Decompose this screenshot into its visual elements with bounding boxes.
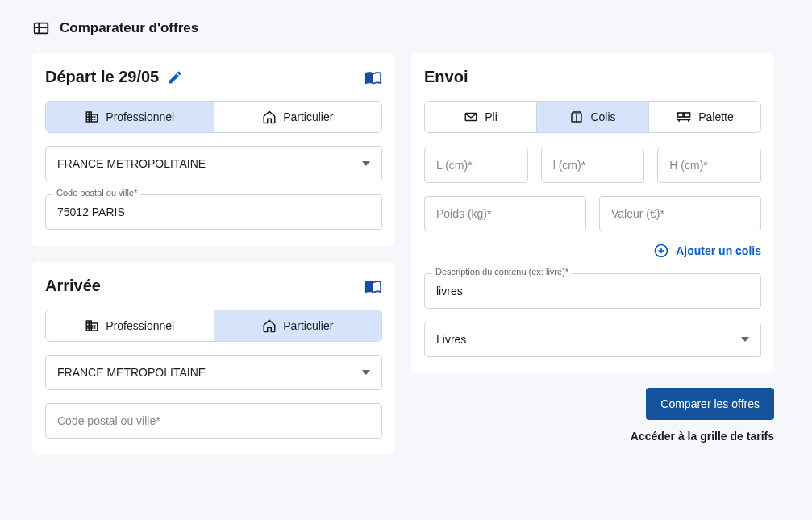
depart-country-select[interactable]: FRANCE METROPOLITAINE — [45, 146, 382, 181]
description-input[interactable] — [424, 273, 761, 309]
envelope-icon — [464, 110, 478, 124]
compare-icon — [32, 19, 50, 37]
envoi-tab-palette-label: Palette — [698, 110, 734, 123]
pallet-icon — [676, 110, 692, 124]
chevron-down-icon — [362, 160, 370, 168]
tariff-link[interactable]: Accéder à la grille de tarifs — [631, 430, 774, 443]
envoi-tab-palette[interactable]: Palette — [649, 102, 760, 132]
page-header: Comparateur d'offres — [32, 19, 780, 37]
depart-tab-professionnel[interactable]: Professionnel — [46, 102, 214, 132]
add-colis-link[interactable]: Ajouter un colis — [653, 243, 761, 259]
category-value: Livres — [436, 333, 466, 346]
book-icon[interactable] — [364, 69, 382, 86]
depart-postal-label: Code postal ou ville* — [53, 188, 140, 198]
depart-country-value: FRANCE METROPOLITAINE — [57, 157, 206, 170]
depart-title: Départ le 29/05 — [45, 68, 183, 86]
building-icon — [85, 110, 99, 124]
home-icon — [262, 318, 277, 333]
depart-tab-pro-label: Professionnel — [106, 110, 174, 123]
arrivee-title: Arrivée — [45, 277, 101, 295]
depart-tab-particulier[interactable]: Particulier — [214, 102, 382, 132]
envoi-tab-pli-label: Pli — [485, 110, 498, 123]
edit-icon[interactable] — [167, 69, 183, 85]
envoi-title: Envoi — [424, 68, 468, 86]
depart-postal-input[interactable] — [45, 194, 382, 230]
chevron-down-icon — [741, 335, 749, 343]
arrivee-card: Arrivée Professionnel Particulier — [32, 262, 395, 455]
add-colis-label: Ajouter un colis — [676, 244, 761, 257]
book-icon[interactable] — [364, 277, 382, 295]
depart-date: 29/05 — [119, 68, 159, 85]
plus-circle-icon — [653, 243, 669, 259]
depart-title-prefix: Départ le — [45, 68, 119, 85]
building-icon — [85, 318, 99, 333]
page-title: Comparateur d'offres — [60, 20, 198, 36]
arrivee-country-value: FRANCE METROPOLITAINE — [57, 366, 206, 379]
package-icon — [569, 110, 584, 124]
chevron-down-icon — [362, 368, 370, 376]
home-icon — [262, 110, 277, 124]
arrivee-tab-professionnel[interactable]: Professionnel — [46, 310, 214, 341]
envoi-card: Envoi Pli Colis — [411, 53, 774, 373]
arrivee-country-select[interactable]: FRANCE METROPOLITAINE — [45, 355, 382, 390]
envoi-tab-colis-label: Colis — [590, 110, 615, 123]
width-input[interactable] — [541, 148, 645, 183]
depart-card: Départ le 29/05 Professionnel — [32, 53, 395, 246]
category-select[interactable]: Livres — [424, 322, 761, 357]
value-input[interactable] — [599, 196, 761, 231]
arrivee-type-tabs: Professionnel Particulier — [45, 310, 382, 342]
svg-rect-6 — [685, 113, 690, 117]
arrivee-tab-particulier[interactable]: Particulier — [214, 310, 382, 341]
description-label: Description du contenu (ex: livre)* — [432, 267, 572, 277]
svg-rect-5 — [678, 113, 684, 117]
height-input[interactable] — [657, 148, 761, 183]
depart-tab-part-label: Particulier — [283, 110, 333, 123]
compare-button[interactable]: Comparer les offres — [646, 388, 774, 420]
arrivee-postal-input[interactable] — [45, 403, 382, 439]
envoi-type-tabs: Pli Colis — [424, 101, 761, 133]
arrivee-tab-part-label: Particulier — [283, 319, 333, 332]
depart-type-tabs: Professionnel Particulier — [45, 101, 382, 133]
length-input[interactable] — [424, 148, 528, 183]
arrivee-tab-pro-label: Professionnel — [106, 319, 174, 332]
envoi-tab-colis[interactable]: Colis — [537, 102, 649, 132]
envoi-tab-pli[interactable]: Pli — [425, 102, 537, 132]
weight-input[interactable] — [424, 196, 586, 231]
